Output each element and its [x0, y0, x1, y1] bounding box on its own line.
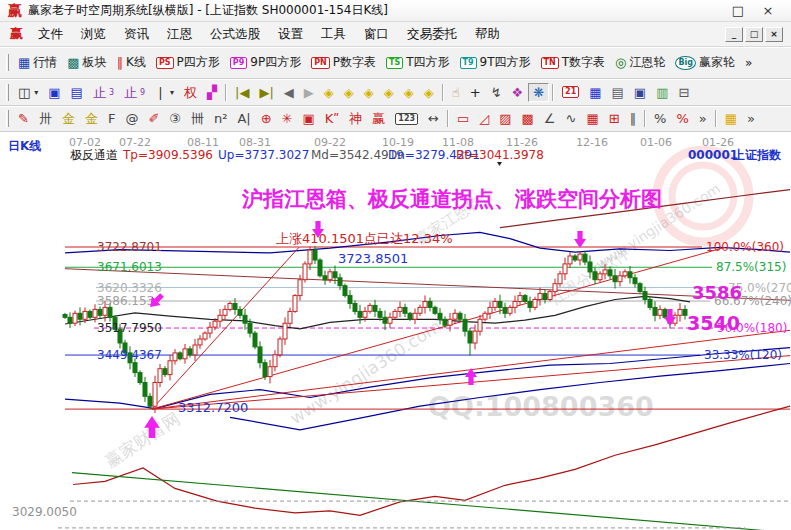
9p-square-button[interactable]: P99P四方形	[225, 51, 306, 74]
winner-wheel-button[interactable]: Big赢家轮	[670, 51, 740, 74]
grid-yellow-button[interactable]: ▦	[720, 109, 742, 128]
circle-cycle-icon: ③	[169, 112, 181, 125]
menu-item-交易委托[interactable]: 交易委托	[398, 24, 466, 45]
square-cross-button[interactable]: ▣	[298, 109, 320, 128]
save-button[interactable]: ▣	[629, 83, 651, 102]
parallel-lines-button[interactable]: ∥	[625, 109, 642, 128]
grid-box-button[interactable]: ⊞	[604, 109, 625, 128]
menu-item-帮助[interactable]: 帮助	[466, 24, 509, 45]
print-button[interactable]: ⊟	[673, 83, 694, 102]
t-number-table-button[interactable]: TNT数字表	[536, 51, 611, 74]
toolbar-overflow-button[interactable]: »	[740, 53, 757, 73]
candle-body	[623, 272, 627, 276]
info-doc-button[interactable]: ▤	[66, 83, 88, 102]
t-square-button[interactable]: TST四方形	[381, 51, 455, 74]
menu-item-工具[interactable]: 工具	[312, 24, 355, 45]
thin-candle-button[interactable]: ❘▾	[150, 83, 179, 102]
circle-cycle-button[interactable]: ③	[164, 109, 186, 128]
candle-body	[103, 307, 107, 315]
first-page-button[interactable]: |◀	[230, 83, 254, 102]
tb3-grip[interactable]	[6, 110, 9, 127]
copy-chart-button[interactable]: ▥	[651, 83, 673, 102]
menu-item-资讯[interactable]: 资讯	[115, 24, 158, 45]
tb1-grip[interactable]	[6, 54, 9, 71]
box-tool-button[interactable]: ▭	[452, 109, 474, 128]
brush-tool-button[interactable]: ✐	[143, 109, 164, 128]
compress-horizontal-button[interactable]: ◈	[379, 83, 399, 102]
bars-9-button[interactable]: 止9	[119, 83, 150, 102]
9t-square-button[interactable]: T99T四方形	[455, 51, 536, 74]
fibo-lines-button[interactable]: F	[103, 109, 120, 128]
pan-hand-button[interactable]: ☝	[447, 83, 465, 102]
grid-red-button[interactable]: ▦	[581, 109, 603, 128]
golden-section-button[interactable]: 金	[57, 109, 80, 128]
p-square-button[interactable]: PSP四方形	[151, 51, 225, 74]
text-tool-button[interactable]: A|	[232, 109, 255, 128]
win-lines-button[interactable]: 赢	[367, 109, 390, 128]
star-circle-button[interactable]: ✳	[277, 109, 298, 128]
percent-tool-button[interactable]: %	[649, 109, 671, 128]
page-prev-button[interactable]: ◀	[279, 83, 299, 102]
menu-item-公式选股[interactable]: 公式选股	[201, 24, 269, 45]
calendar-button[interactable]: 21	[557, 83, 584, 101]
measure-tool-button[interactable]: ↔	[423, 109, 444, 128]
menu-item-浏览[interactable]: 浏览	[72, 24, 115, 45]
kline-button[interactable]: ∥K线	[112, 51, 151, 74]
wave-tool-button[interactable]: ∿	[560, 109, 581, 128]
compress-all-button[interactable]: ◈	[419, 83, 439, 102]
gann-line-button[interactable]: 卅	[34, 109, 57, 128]
expand-all-button[interactable]: ◈	[399, 83, 419, 102]
close-button[interactable]: ×	[753, 3, 783, 18]
signal-arrow-down	[574, 231, 586, 248]
circle-cross-button[interactable]: ⊕	[256, 109, 277, 128]
menu-item-窗口[interactable]: 窗口	[355, 24, 398, 45]
line-pick-button[interactable]: ↯	[486, 83, 507, 102]
more-draw-button[interactable]: »	[694, 109, 712, 128]
zoom-in-left-button[interactable]: ◈	[339, 83, 359, 102]
mdi-minimize-button[interactable]: _	[725, 27, 743, 42]
k-mark-button[interactable]: Kʺ	[320, 109, 345, 128]
kline-style-button[interactable]: ◫▾	[13, 83, 43, 102]
main-chart[interactable]: 赢家财富网www.yingjia360.com赢家江恩软件江恩分析软件www.y…	[0, 132, 791, 530]
ruler-tool-button[interactable]: 123	[390, 110, 423, 128]
page-next-button[interactable]: ▶	[299, 83, 319, 102]
filter-b-button[interactable]: ❋	[528, 83, 549, 102]
golden-box-button[interactable]: 金	[80, 109, 103, 128]
last-page-button[interactable]: ▶|	[254, 83, 278, 102]
network-view-button[interactable]: ▣	[43, 83, 65, 102]
menu-item-江恩[interactable]: 江恩	[158, 24, 201, 45]
maximize-button[interactable]: □	[723, 3, 753, 18]
menu-item-设置[interactable]: 设置	[269, 24, 312, 45]
tb2-grip[interactable]	[6, 84, 9, 101]
angle-tool-button[interactable]: ∠	[539, 109, 561, 128]
calculator-button[interactable]: ▦	[584, 83, 606, 102]
gann-line2-button[interactable]: 卌	[186, 109, 209, 128]
gann-wheel-button[interactable]: ◎江恩轮	[610, 51, 670, 74]
sectors-button[interactable]: ▩板块	[62, 51, 111, 74]
9p-square-icon: P9	[230, 57, 247, 69]
9t-square-icon: T9	[460, 57, 477, 69]
notes-button[interactable]: ▤	[607, 83, 629, 102]
bars-3-button[interactable]: 止3	[88, 83, 119, 102]
pen-tool-button[interactable]: ✎	[13, 109, 34, 128]
zoom-out-left-button[interactable]: ◈	[319, 83, 339, 102]
shen-lines-button[interactable]: 神	[344, 109, 367, 128]
filter-a-button[interactable]: ❖	[507, 83, 529, 102]
spiral-tool-button[interactable]: @	[120, 109, 143, 128]
mdi-close-button[interactable]: ×	[765, 27, 783, 42]
more-grid-button[interactable]: »	[742, 109, 760, 128]
gann-fan-button[interactable]: ◿	[474, 109, 494, 128]
menu-item-文件[interactable]: 文件	[29, 24, 72, 45]
crosshair-button[interactable]: +	[465, 83, 486, 102]
gann-box-button[interactable]: ▨	[494, 109, 516, 128]
color-histogram-button[interactable]: ▞	[202, 83, 222, 102]
mdi-restore-button[interactable]: □	[745, 27, 763, 42]
restore-rights-button[interactable]: 权	[179, 83, 202, 102]
quotes-button[interactable]: ▦行情	[13, 51, 62, 74]
gann-square-button[interactable]: ▩	[517, 109, 539, 128]
candle-body	[538, 294, 542, 300]
percent-lines-button[interactable]: %	[671, 109, 693, 128]
expand-horizontal-button[interactable]: ◈	[359, 83, 379, 102]
p-number-table-button[interactable]: PNP数字表	[306, 51, 381, 74]
n-square-button[interactable]: n²	[209, 109, 232, 128]
